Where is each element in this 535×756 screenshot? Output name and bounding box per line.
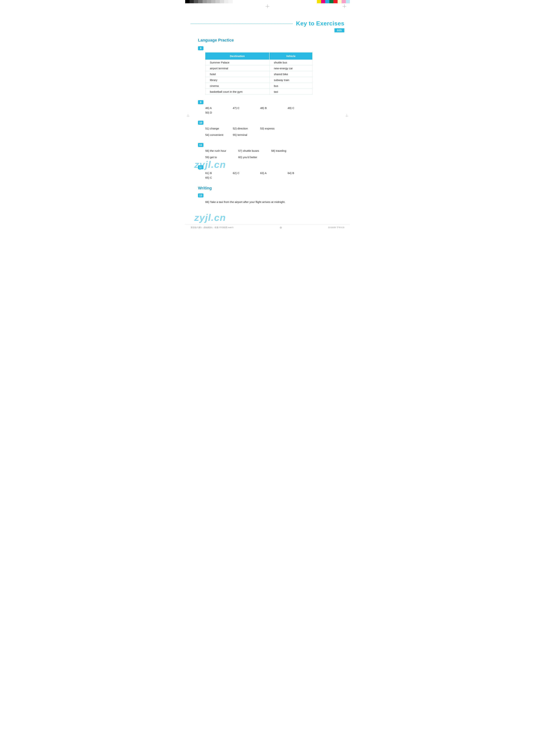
answer-item: 55) terminal	[233, 133, 257, 136]
page-title: Key to Exercises	[296, 20, 344, 27]
exercise-9-answers: 46) A47) C48) B49) C50) D	[205, 106, 341, 116]
section-language-practice: Language Practice	[198, 38, 341, 42]
table-cell: library	[206, 77, 269, 83]
table-cell: new-energy car	[269, 66, 312, 71]
table-cell: Summer Palace	[206, 60, 269, 66]
exercise-13-block: 13 66) Take a taxi from the airport afte…	[198, 193, 341, 204]
exercise-10-answers-row1: 51) change52) direction53) express	[205, 127, 341, 131]
exercise-11-answers-row1: 56) the rush hour57) shuttle buses58) tr…	[205, 149, 341, 154]
answer-item: 46) A	[205, 106, 229, 110]
footer-left-text: 英语练习册1（基础模块）-答案-不印刷用.indd 5	[191, 226, 233, 229]
answer-item: 48) B	[260, 106, 284, 110]
table-row: basketball court in the gymtaxi	[206, 89, 312, 95]
exercise-12-block: 12 61) B62) C63) A64) B65) C	[198, 165, 341, 181]
exercise-13-badge: 13	[198, 193, 204, 198]
answer-item: 61) B	[205, 172, 229, 175]
crosshair-left-mid	[187, 115, 189, 118]
exercise-8-block: 8 Destination Vehicle Summer Palaceshutt…	[198, 46, 341, 95]
answer-item: 53) express	[260, 127, 284, 130]
table-row: Summer Palaceshuttle bus	[206, 60, 312, 66]
exercise-11-block: 11 56) the rush hour57) shuttle buses58)…	[198, 143, 341, 160]
exercise-10-badge: 10	[198, 121, 204, 125]
answer-item: 64) B	[288, 172, 311, 175]
answer-item: 58) traveling	[271, 149, 300, 152]
answer-item: 51) change	[205, 127, 229, 130]
exercise-9-block: 9 46) A47) C48) B49) C50) D	[198, 100, 341, 116]
table-cell: cinema	[206, 83, 269, 89]
table-row: librarysubway train	[206, 77, 312, 83]
top-color-bar-left	[185, 0, 233, 3]
exercise-8-table: Destination Vehicle Summer Palaceshuttle…	[205, 52, 312, 95]
table-row: airport terminalnew-energy car	[206, 66, 312, 71]
table-cell: shuttle bus	[269, 60, 312, 66]
answer-item: 59) get to	[205, 156, 235, 159]
answer-item: 65) C	[205, 176, 229, 179]
crosshair-right-mid	[346, 115, 348, 118]
exercise-12-badge: 12	[198, 165, 204, 169]
table-cell: basketball court in the gym	[206, 89, 269, 95]
table-cell: shared bike	[269, 71, 312, 77]
answer-item: 60) you'd better	[238, 156, 268, 159]
page-number-row: 005	[185, 28, 350, 32]
table-row: cinemabus	[206, 83, 312, 89]
exercise-12-answers: 61) B62) C63) A64) B65) C	[205, 172, 341, 181]
footer-bottom-crosshair: ⊕	[280, 226, 282, 229]
answer-item: 50) D	[205, 111, 229, 114]
table-cell: airport terminal	[206, 66, 269, 71]
table-cell: taxi	[269, 89, 312, 95]
table-header-destination: Destination	[206, 53, 269, 60]
exercise-10-block: 10 51) change52) direction53) express 54…	[198, 121, 341, 138]
exercise-9-badge: 9	[198, 100, 204, 104]
exercise-11-answers-row2: 59) get to60) you'd better	[205, 156, 341, 160]
answer-item: 56) the rush hour	[205, 149, 235, 152]
table-row: hotelshared bike	[206, 71, 312, 77]
crosshair-top-right	[343, 4, 346, 8]
table-cell: subway train	[269, 77, 312, 83]
exercise-11-badge: 11	[198, 143, 204, 147]
top-color-bar-right	[317, 0, 350, 3]
section-writing: Writing	[198, 186, 341, 191]
exercise-8-badge: 8	[198, 46, 204, 50]
answer-item: 57) shuttle buses	[238, 149, 268, 152]
crosshair-top-center	[266, 4, 269, 8]
answer-item: 54) convenient	[205, 133, 229, 136]
answer-item: 47) C	[233, 106, 257, 110]
dotted-separator	[191, 23, 293, 24]
footer: 英语练习册1（基础模块）-答案-不印刷用.indd 5 ⊕ 21/10/20 下…	[185, 224, 350, 231]
answer-item: 49) C	[288, 106, 311, 110]
exercise-13-answer: 66) Take a taxi from the airport after y…	[205, 200, 341, 204]
page-number-badge: 005	[334, 28, 344, 32]
title-row: Key to Exercises	[185, 20, 350, 27]
answer-item: 62) C	[233, 172, 257, 175]
answer-item: 63) A	[260, 172, 284, 175]
table-cell: bus	[269, 83, 312, 89]
footer-right-text: 21/10/20 下午3:15	[328, 226, 344, 229]
answer-item: 52) direction	[233, 127, 257, 130]
exercise-10-answers-row2: 54) convenient55) terminal	[205, 133, 341, 138]
table-header-vehicle: Vehicle	[269, 53, 312, 60]
table-cell: hotel	[206, 71, 269, 77]
